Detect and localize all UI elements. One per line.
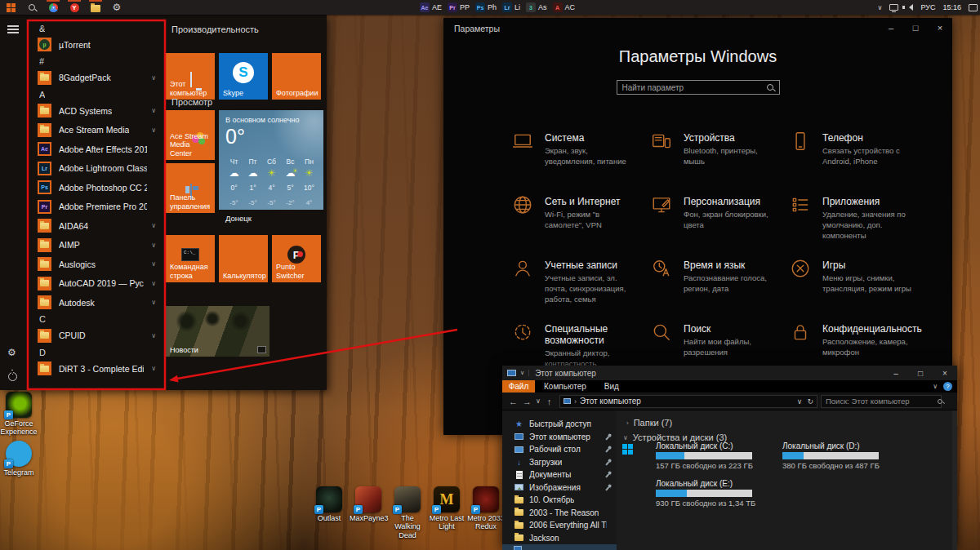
taskbar-chrome-button[interactable] <box>42 0 64 15</box>
tile-photos[interactable]: Фотографии <box>272 53 321 100</box>
settings-category[interactable]: Телефон Связать устройство с Android, iP… <box>790 131 929 194</box>
taskbar-yandex-button[interactable]: Y <box>64 0 85 15</box>
app-list-row[interactable]: AIMP ∨ <box>27 236 163 255</box>
address-dropdown-icon[interactable]: ∨ <box>797 397 803 406</box>
taskbar-pinned-app[interactable]: Pr PP <box>448 2 470 12</box>
taskbar-explorer-button[interactable] <box>85 0 106 15</box>
nav-pane-item[interactable]: 10. Октябрь <box>502 494 617 507</box>
up-button[interactable]: ↑ <box>542 397 556 406</box>
close-button[interactable]: × <box>933 366 957 380</box>
app-list-row[interactable]: DiRT 3 - Complete Edition ∨ <box>27 359 163 379</box>
nav-pane-item[interactable]: Jackson <box>502 532 617 545</box>
volume-icon[interactable] <box>906 4 913 11</box>
tile-news[interactable]: Новости <box>166 306 270 357</box>
settings-category[interactable]: Время и язык Распознавание голоса, регио… <box>651 258 790 322</box>
drive-item[interactable]: Локальный диск (E:) 930 ГБ свободно из 1… <box>623 479 768 508</box>
nav-pane-item[interactable]: Документы <box>502 468 617 481</box>
app-list-row[interactable]: # <box>27 55 163 69</box>
tile-weather[interactable]: В основном солнечно 0° Чт 0° -5° Пт 1° -… <box>219 110 323 210</box>
app-list-row[interactable]: Ps Adobe Photoshop CC 2019 <box>27 178 163 197</box>
nav-pane-item[interactable]: 2006 Everything All The Time <box>502 519 617 532</box>
explorer-search-box[interactable] <box>821 395 942 408</box>
taskbar-settings-button[interactable]: ⚙ <box>106 0 127 15</box>
minimize-button[interactable]: – <box>879 18 903 38</box>
app-list-row[interactable]: Autodesk ∨ <box>27 293 163 313</box>
language-indicator[interactable]: РУС <box>920 3 935 11</box>
start-button[interactable] <box>0 0 21 15</box>
settings-category[interactable]: Учетные записи Учетные записи, эл. почта… <box>512 258 651 322</box>
expand-chevron-icon[interactable]: ∨ <box>151 242 156 249</box>
tab-file[interactable]: Файл <box>502 380 535 393</box>
nav-pane-item[interactable]: Загрузки <box>502 456 617 469</box>
group-folders[interactable]: › Папки (7) <box>626 418 672 428</box>
desktop-icon[interactable]: MP Metro Last Light <box>428 486 466 531</box>
recent-locations-chevron-icon[interactable]: ∨ <box>534 397 542 405</box>
collapsed-chevron-icon[interactable]: › <box>626 419 629 427</box>
breadcrumb-location[interactable]: Этот компьютер <box>580 397 641 406</box>
forward-button[interactable]: → <box>520 397 534 406</box>
tile-group-header[interactable]: Производительность <box>172 24 259 34</box>
expand-chevron-icon[interactable]: ∨ <box>151 280 156 287</box>
tab-computer[interactable]: Компьютер <box>535 382 595 391</box>
refresh-icon[interactable]: ↻ <box>807 397 813 406</box>
network-icon[interactable] <box>889 4 898 11</box>
drive-item[interactable]: Локальный диск (D:) 380 ГБ свободно из 4… <box>750 441 895 470</box>
maximize-button[interactable]: □ <box>903 18 928 38</box>
nav-pane-item[interactable]: Этот компьютер <box>502 431 617 444</box>
app-list-row[interactable]: A <box>27 87 163 101</box>
app-list-row[interactable]: 8GadgetPack ∨ <box>27 69 163 88</box>
tray-chevron-icon[interactable]: ∨ <box>878 4 883 11</box>
tile-control-panel[interactable]: Панель управления <box>166 163 215 213</box>
minimize-button[interactable]: – <box>884 366 908 380</box>
tile-skype[interactable]: S Skype <box>219 53 268 100</box>
taskbar-pinned-app[interactable]: A AC <box>553 2 576 12</box>
expand-chevron-icon[interactable]: ∨ <box>151 107 156 114</box>
app-list-row[interactable]: AIDA64 ∨ <box>27 216 163 236</box>
help-icon[interactable]: ? <box>943 382 952 391</box>
app-list-row[interactable]: & <box>27 21 163 35</box>
ribbon-collapse-icon[interactable]: ∨ <box>933 383 938 390</box>
taskbar-pinned-app[interactable]: Ae AE <box>420 2 442 12</box>
back-button[interactable]: ← <box>506 397 520 406</box>
app-list-row[interactable]: Lr Adobe Lightroom Classic CC <box>27 159 163 179</box>
app-list-row[interactable]: CPUID ∨ <box>27 326 163 346</box>
expand-chevron-icon[interactable]: ∨ <box>151 126 156 134</box>
expand-chevron-icon[interactable]: ∨ <box>151 260 156 268</box>
nav-pane-item[interactable]: 2003 - The Reason <box>502 507 617 520</box>
nav-pane-item[interactable]: Быстрый доступ <box>502 418 617 431</box>
settings-category[interactable]: Игры Меню игры, снимки, трансляция, режи… <box>790 258 929 322</box>
maximize-button[interactable]: □ <box>908 366 933 380</box>
explorer-search-input[interactable] <box>822 397 938 406</box>
desktop-icon[interactable]: P MaxPayne3 <box>350 486 387 522</box>
app-list-row[interactable]: Pr Adobe Premiere Pro 2019 <box>27 197 163 217</box>
settings-category[interactable]: Персонализация Фон, экран блокировки, цв… <box>651 194 790 258</box>
settings-search-input[interactable] <box>617 83 767 92</box>
settings-category[interactable]: Приложения Удаление, значения по умолчан… <box>790 194 929 258</box>
app-list-row[interactable]: C <box>27 313 163 326</box>
settings-category[interactable]: Устройства Bluetooth, принтеры, мышь <box>651 131 790 194</box>
tile-this-pc[interactable]: Этот компьютер <box>166 53 215 100</box>
expand-chevron-icon[interactable]: ∨ <box>151 222 156 229</box>
nav-pane-item[interactable]: Изображения <box>502 481 617 495</box>
desktop-icon[interactable]: P Outlast <box>310 486 348 522</box>
expand-chevron-icon[interactable]: ∨ <box>151 74 156 82</box>
drive-item[interactable]: Локальный диск (C:) 157 ГБ свободно из 2… <box>623 441 768 470</box>
taskbar-search-button[interactable] <box>21 0 42 15</box>
desktop-icon[interactable]: P Telegram <box>0 441 38 477</box>
taskbar-pinned-app[interactable]: Ps Ph <box>475 2 497 12</box>
tile-cmd[interactable]: C:\_ Командная строка <box>166 235 215 282</box>
notification-center-icon[interactable] <box>969 4 978 11</box>
desktop-icon[interactable]: P GeForce Experience <box>0 392 38 437</box>
expand-chevron-icon[interactable]: ∨ <box>151 365 156 372</box>
desktop-icon[interactable]: P Metro 2033 Redux <box>467 486 505 531</box>
tile-ace-stream[interactable]: Ace Stream Media Center <box>166 110 215 160</box>
settings-category[interactable]: Система Экран, звук, уведомления, питани… <box>512 131 651 194</box>
app-list-row[interactable]: D <box>27 345 163 359</box>
scrollbar[interactable] <box>952 410 957 550</box>
expand-chevron-icon[interactable]: ∨ <box>151 332 156 339</box>
settings-category[interactable]: Сеть и Интернет Wi-Fi, режим "в самолете… <box>512 194 651 258</box>
nav-pane-item-partial[interactable] <box>502 544 617 550</box>
app-list-row[interactable]: µ µTorrent <box>27 35 163 55</box>
settings-search-box[interactable] <box>617 80 780 95</box>
clock[interactable]: 15:16 <box>942 3 961 11</box>
